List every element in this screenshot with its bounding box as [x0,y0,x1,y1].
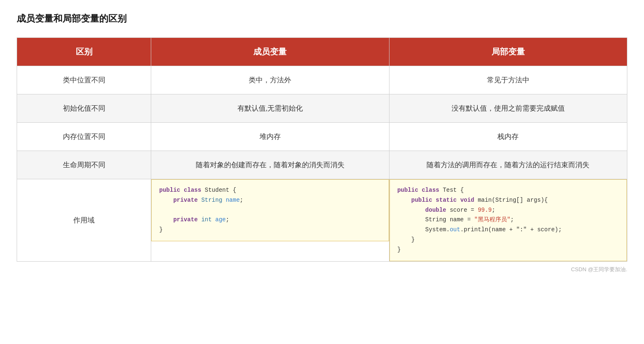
row5-diff: 作用域 [17,179,151,262]
row2-member: 有默认值,无需初始化 [151,94,389,123]
table-row: 生命周期不同 随着对象的创建而存在，随着对象的消失而消失 随着方法的调用而存在，… [17,151,627,179]
table-row: 类中位置不同 类中，方法外 常见于方法中 [17,66,627,94]
table-header-row: 区别 成员变量 局部变量 [17,38,627,66]
row1-member: 类中，方法外 [151,66,389,94]
table-row: 初始化值不同 有默认值,无需初始化 没有默认值，使用之前需要完成赋值 [17,94,627,123]
row5-local-code: public class Test { public static void m… [389,179,627,262]
row2-local: 没有默认值，使用之前需要完成赋值 [389,94,627,123]
row3-member: 堆内存 [151,123,389,151]
member-code-block: public class Student { private String na… [151,179,389,241]
page-title: 成员变量和局部变量的区别 [17,12,627,25]
row4-diff: 生命周期不同 [17,151,151,179]
row5-member-code: public class Student { private String na… [151,179,389,262]
row1-local: 常见于方法中 [389,66,627,94]
header-local: 局部变量 [389,38,627,66]
row3-local: 栈内存 [389,123,627,151]
comparison-table: 区别 成员变量 局部变量 类中位置不同 类中，方法外 常见于方法中 初始化值不同… [17,37,627,262]
footer-note: CSDN @王同学要加油. [17,266,627,273]
header-diff: 区别 [17,38,151,66]
row3-diff: 内存位置不同 [17,123,151,151]
row2-diff: 初始化值不同 [17,94,151,123]
row1-diff: 类中位置不同 [17,66,151,94]
row4-local: 随着方法的调用而存在，随着方法的运行结束而消失 [389,151,627,179]
header-member: 成员变量 [151,38,389,66]
table-row-scope: 作用域 public class Student { private Strin… [17,179,627,262]
row4-member: 随着对象的创建而存在，随着对象的消失而消失 [151,151,389,179]
table-row: 内存位置不同 堆内存 栈内存 [17,123,627,151]
local-code-block: public class Test { public static void m… [389,179,627,261]
